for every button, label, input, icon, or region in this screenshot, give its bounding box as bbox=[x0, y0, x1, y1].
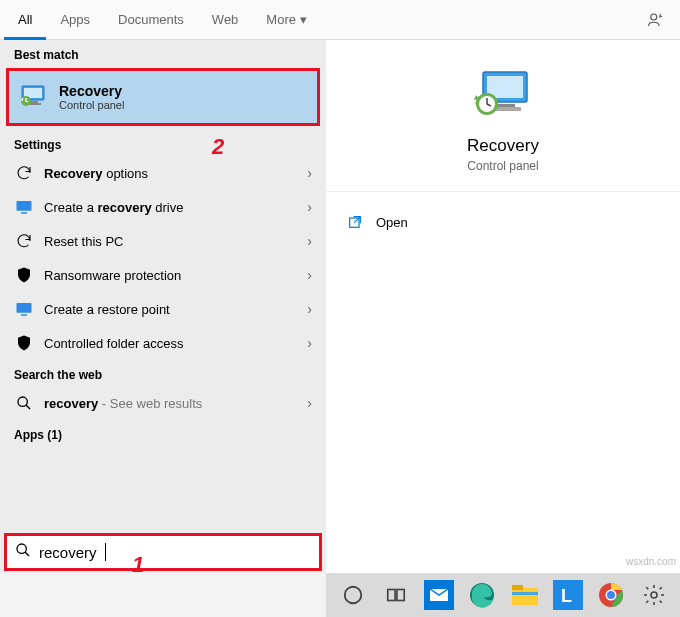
monitor-icon bbox=[14, 197, 34, 217]
chevron-right-icon: › bbox=[307, 267, 312, 283]
svg-rect-6 bbox=[17, 201, 32, 211]
settings-item-label: Reset this PC bbox=[44, 234, 307, 249]
app-l-button[interactable]: L bbox=[547, 575, 588, 615]
detail-subtitle: Control panel bbox=[467, 159, 538, 173]
settings-item-reset-pc[interactable]: Reset this PC › bbox=[0, 224, 326, 258]
annotation-1: 1 bbox=[132, 552, 144, 578]
settings-item-label: Create a recovery drive bbox=[44, 200, 307, 215]
svg-rect-24 bbox=[512, 588, 538, 605]
svg-point-31 bbox=[607, 591, 615, 599]
search-scope-tabs: All Apps Documents Web More ▾ bbox=[0, 0, 680, 40]
detail-pane: Recovery Control panel Open bbox=[326, 40, 680, 573]
svg-rect-8 bbox=[17, 303, 32, 313]
task-view-button[interactable] bbox=[375, 575, 416, 615]
settings-item-folder-access[interactable]: Controlled folder access › bbox=[0, 326, 326, 360]
chevron-right-icon: › bbox=[307, 335, 312, 351]
search-icon bbox=[14, 393, 34, 413]
search-icon bbox=[15, 542, 31, 562]
open-label: Open bbox=[376, 215, 408, 230]
chevron-right-icon: › bbox=[307, 301, 312, 317]
tab-more[interactable]: More ▾ bbox=[252, 0, 321, 40]
settings-item-label: Ransomware protection bbox=[44, 268, 307, 283]
settings-app-button[interactable] bbox=[633, 575, 674, 615]
chrome-app-button[interactable] bbox=[590, 575, 631, 615]
sync-icon bbox=[14, 163, 34, 183]
search-input[interactable]: recovery bbox=[39, 544, 97, 561]
recovery-large-icon bbox=[471, 68, 535, 124]
tab-more-label: More bbox=[266, 0, 296, 40]
settings-item-label: Recovery options bbox=[44, 166, 307, 181]
svg-point-0 bbox=[651, 14, 657, 20]
tab-apps[interactable]: Apps bbox=[46, 0, 104, 40]
shield-icon bbox=[14, 333, 34, 353]
svg-point-32 bbox=[651, 592, 657, 598]
svg-point-19 bbox=[344, 587, 361, 604]
taskbar: L bbox=[326, 573, 680, 617]
search-input-container[interactable]: recovery bbox=[4, 533, 322, 571]
chevron-right-icon: › bbox=[307, 199, 312, 215]
tab-web[interactable]: Web bbox=[198, 0, 253, 40]
settings-item-label: Controlled folder access bbox=[44, 336, 307, 351]
sync-icon bbox=[14, 231, 34, 251]
edge-app-button[interactable] bbox=[461, 575, 502, 615]
svg-text:L: L bbox=[561, 586, 572, 606]
mail-app-button[interactable] bbox=[418, 575, 459, 615]
tab-documents[interactable]: Documents bbox=[104, 0, 198, 40]
settings-item-ransomware[interactable]: Ransomware protection › bbox=[0, 258, 326, 292]
svg-rect-20 bbox=[387, 590, 394, 601]
recovery-icon bbox=[17, 81, 49, 113]
settings-list: Recovery options › Create a recovery dri… bbox=[0, 156, 326, 360]
search-web-header: Search the web bbox=[0, 360, 326, 386]
svg-rect-25 bbox=[512, 585, 523, 590]
annotation-2: 2 bbox=[212, 134, 224, 160]
settings-item-recovery-options[interactable]: Recovery options › bbox=[0, 156, 326, 190]
apps-header: Apps (1) bbox=[0, 420, 326, 446]
svg-point-11 bbox=[17, 544, 26, 553]
svg-rect-21 bbox=[396, 590, 403, 601]
svg-rect-14 bbox=[495, 104, 515, 107]
web-result-label: recovery - See web results bbox=[44, 396, 307, 411]
open-icon bbox=[346, 214, 364, 230]
best-match-subtitle: Control panel bbox=[59, 99, 309, 111]
chevron-right-icon: › bbox=[307, 395, 312, 411]
monitor-icon bbox=[14, 299, 34, 319]
svg-rect-7 bbox=[21, 212, 27, 214]
shield-icon bbox=[14, 265, 34, 285]
detail-title: Recovery bbox=[467, 136, 539, 156]
svg-rect-26 bbox=[512, 592, 538, 595]
web-result-recovery[interactable]: recovery - See web results › bbox=[0, 386, 326, 420]
chevron-right-icon: › bbox=[307, 165, 312, 181]
explorer-app-button[interactable] bbox=[504, 575, 545, 615]
text-caret bbox=[105, 543, 106, 561]
open-action[interactable]: Open bbox=[346, 206, 660, 238]
settings-item-recovery-drive[interactable]: Create a recovery drive › bbox=[0, 190, 326, 224]
cortana-button[interactable] bbox=[332, 575, 373, 615]
chevron-right-icon: › bbox=[307, 233, 312, 249]
feedback-icon[interactable] bbox=[636, 11, 676, 29]
best-match-recovery[interactable]: Recovery Control panel bbox=[6, 68, 320, 126]
svg-point-10 bbox=[18, 397, 27, 406]
settings-item-restore-point[interactable]: Create a restore point › bbox=[0, 292, 326, 326]
settings-item-label: Create a restore point bbox=[44, 302, 307, 317]
results-pane: Best match Recovery Control panel Settin… bbox=[0, 40, 326, 573]
svg-rect-9 bbox=[21, 314, 27, 316]
watermark: wsxdn.com bbox=[626, 556, 676, 567]
tab-all[interactable]: All bbox=[4, 0, 46, 40]
best-match-title: Recovery bbox=[59, 83, 309, 99]
best-match-header: Best match bbox=[0, 40, 326, 66]
chevron-down-icon: ▾ bbox=[300, 0, 307, 40]
settings-header: Settings bbox=[0, 130, 326, 156]
